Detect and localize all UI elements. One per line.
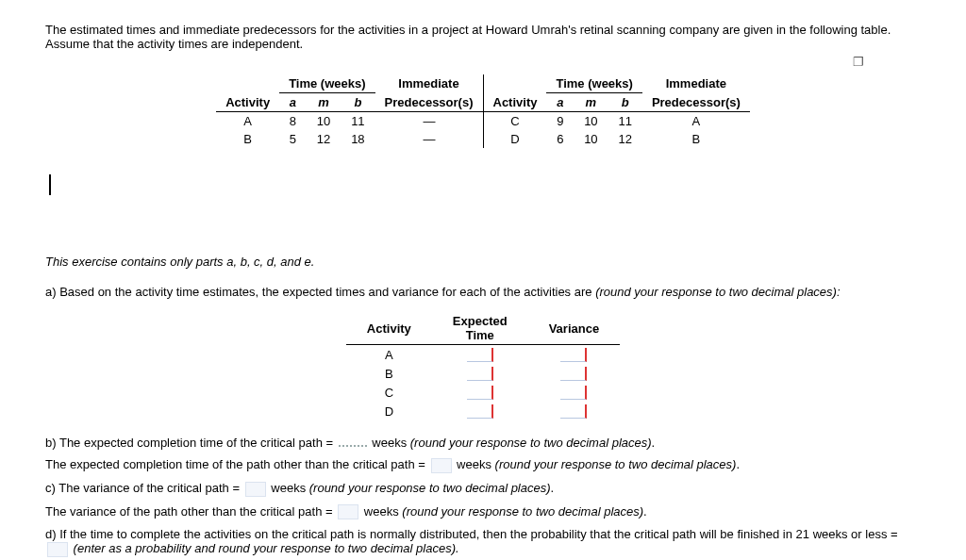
table-row: A 8 10 11 — C 9 10 11 A <box>216 112 750 131</box>
input-variance-d[interactable] <box>560 404 587 419</box>
part-a-prompt: a) Based on the activity time estimates,… <box>45 282 921 303</box>
col-immediate-left: Immediate <box>375 74 483 93</box>
answer-table: Activity ExpectedTime Variance A B C D <box>45 312 921 420</box>
part-c-line2: The variance of the path other than the … <box>45 504 921 520</box>
col-activity-right: Activity <box>483 93 546 112</box>
table-row: C <box>346 383 620 402</box>
ans-col-variance: Variance <box>528 312 621 345</box>
input-variance-c[interactable] <box>560 386 587 400</box>
col-a-right: a <box>546 93 574 112</box>
col-m-left: m <box>307 93 341 112</box>
part-d: d) If the time to complete the activitie… <box>45 527 921 557</box>
part-b-line1: b) The expected completion time of the c… <box>45 434 921 450</box>
input-expected-d[interactable] <box>467 404 493 419</box>
col-pred-left: Predecessor(s) <box>375 93 483 112</box>
input-expected-b[interactable] <box>467 367 493 381</box>
table-row: B <box>346 364 620 383</box>
input-b1[interactable] <box>339 434 367 447</box>
table-row: A <box>346 345 620 365</box>
col-b-right: b <box>608 93 642 112</box>
input-variance-b[interactable] <box>560 367 587 381</box>
copy-icon[interactable]: ❐ <box>45 55 921 69</box>
col-a-left: a <box>279 93 307 112</box>
part-c-line1: c) The variance of the critical path = w… <box>45 481 921 497</box>
col-time-right: Time (weeks) <box>546 74 641 93</box>
col-activity-left: Activity <box>216 93 279 112</box>
input-expected-c[interactable] <box>467 386 493 400</box>
problem-intro: The estimated times and immediate predec… <box>45 23 921 51</box>
input-c2[interactable] <box>338 504 358 519</box>
input-b2[interactable] <box>431 458 452 473</box>
col-pred-right: Predecessor(s) <box>642 93 750 112</box>
col-b-left: b <box>341 93 375 112</box>
col-immediate-right: Immediate <box>642 74 750 93</box>
text-cursor <box>45 174 921 195</box>
input-c1[interactable] <box>245 482 266 497</box>
col-m-right: m <box>574 93 608 112</box>
table-row: D <box>346 402 620 420</box>
table-row: B 5 12 18 — D 6 10 12 B <box>216 130 750 148</box>
data-table: Time (weeks) Immediate Time (weeks) Imme… <box>45 74 921 148</box>
ans-col-expected: ExpectedTime <box>432 312 528 345</box>
col-time-left: Time (weeks) <box>279 74 375 93</box>
part-b-line2: The expected completion time of the path… <box>45 457 921 473</box>
input-expected-a[interactable] <box>467 348 493 362</box>
input-d[interactable] <box>47 542 68 557</box>
input-variance-a[interactable] <box>560 348 587 362</box>
parts-note: This exercise contains only parts a, b, … <box>45 252 921 272</box>
ans-col-activity: Activity <box>346 312 432 345</box>
